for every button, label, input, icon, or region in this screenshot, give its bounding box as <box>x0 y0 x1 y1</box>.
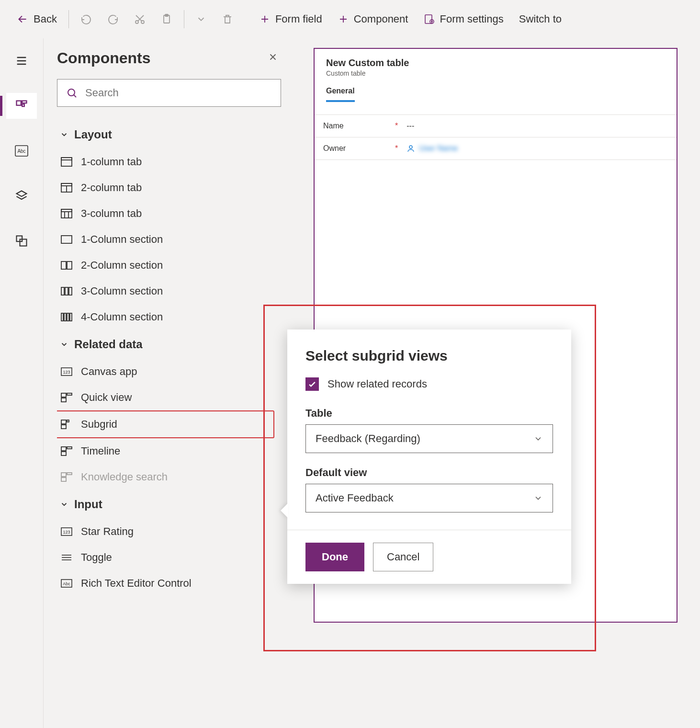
view-label: Default view <box>305 466 553 479</box>
tab3-icon <box>60 209 73 218</box>
check-icon <box>307 379 317 389</box>
panel-title: Components <box>57 49 151 67</box>
person-icon <box>406 144 415 153</box>
form-tab-general[interactable]: General <box>326 81 355 102</box>
item-timeline[interactable]: Timeline <box>57 438 274 464</box>
switch-button[interactable]: Switch to <box>512 9 568 29</box>
item-1-column-section[interactable]: 1-Column section <box>57 227 274 252</box>
svg-rect-15 <box>61 158 72 160</box>
separator <box>68 10 69 28</box>
sec2-icon <box>60 261 73 270</box>
plus-icon <box>259 13 271 25</box>
cancel-button[interactable]: Cancel <box>373 543 433 571</box>
undo-button[interactable] <box>74 10 99 29</box>
row-owner[interactable]: Owner * User Name <box>315 137 677 160</box>
item-4-column-section[interactable]: 4-Column section <box>57 304 274 330</box>
svg-rect-32 <box>70 313 72 321</box>
form-settings-icon <box>423 13 435 25</box>
item-subgrid[interactable]: Subgrid <box>57 410 274 438</box>
table-label: Table <box>305 407 553 420</box>
svg-text:123: 123 <box>63 530 70 535</box>
svg-rect-26 <box>61 287 64 295</box>
left-rail: Abc <box>0 38 43 728</box>
svg-rect-14 <box>61 158 72 166</box>
item-richtext[interactable]: AbcRich Text Editor Control <box>57 570 274 596</box>
form-settings-button[interactable]: Form settings <box>417 9 510 29</box>
rail-fields[interactable]: Abc <box>6 138 37 164</box>
redo-button[interactable] <box>101 10 125 29</box>
svg-rect-30 <box>64 313 66 321</box>
chevron-down-icon <box>60 340 68 349</box>
undo-icon <box>80 13 92 25</box>
view-select[interactable]: Active Feedback <box>305 484 553 512</box>
timeline-icon <box>60 446 73 456</box>
svg-rect-23 <box>61 236 72 243</box>
search-input[interactable] <box>84 86 272 100</box>
rail-library[interactable] <box>6 228 37 254</box>
svg-rect-40 <box>61 425 66 429</box>
components-icon <box>15 99 28 113</box>
group-layout[interactable]: Layout <box>57 120 274 149</box>
svg-rect-45 <box>67 473 72 475</box>
svg-rect-8 <box>22 104 24 107</box>
paste-button[interactable] <box>154 10 179 29</box>
group-input[interactable]: Input <box>57 490 274 519</box>
svg-text:Abc: Abc <box>63 581 70 586</box>
row-name[interactable]: Name * --- <box>315 115 677 137</box>
item-toggle[interactable]: Toggle <box>57 545 274 570</box>
svg-rect-43 <box>61 452 66 455</box>
star-icon: 123 <box>60 527 73 536</box>
separator <box>184 10 184 28</box>
group-related-label: Related data <box>74 338 143 351</box>
svg-rect-6 <box>17 101 21 105</box>
svg-rect-29 <box>61 313 63 321</box>
item-quick-view[interactable]: Quick view <box>57 385 274 410</box>
component-label: Component <box>354 13 408 25</box>
popup-title: Select subgrid views <box>305 348 553 364</box>
svg-rect-12 <box>20 239 27 246</box>
svg-rect-37 <box>61 398 66 402</box>
trash-icon <box>222 13 233 25</box>
close-button[interactable] <box>265 48 281 68</box>
svg-rect-24 <box>61 262 66 269</box>
owner-label: Owner <box>323 144 395 153</box>
item-star-rating[interactable]: 123Star Rating <box>57 519 274 545</box>
components-tree[interactable]: Layout 1-column tab 2-column tab 3-colum… <box>57 120 281 714</box>
svg-rect-27 <box>65 287 68 295</box>
more-button[interactable] <box>189 10 213 28</box>
chevron-down-icon <box>533 434 543 444</box>
form-field-button[interactable]: Form field <box>252 9 329 29</box>
show-related-checkbox[interactable] <box>305 377 319 391</box>
cut-button[interactable] <box>127 10 152 29</box>
svg-rect-41 <box>61 447 66 451</box>
table-value: Feedback (Regarding) <box>316 432 420 445</box>
rail-components[interactable] <box>6 93 37 119</box>
item-1-column-tab[interactable]: 1-column tab <box>57 149 274 175</box>
svg-rect-36 <box>67 393 72 395</box>
item-canvas-app[interactable]: 123Canvas app <box>57 359 274 385</box>
delete-button[interactable] <box>215 10 240 29</box>
item-2-column-section[interactable]: 2-Column section <box>57 252 274 278</box>
rail-hamburger[interactable] <box>6 48 37 74</box>
item-knowledge-search: Knowledge search <box>57 464 274 490</box>
back-button[interactable]: Back <box>10 9 64 29</box>
toggle-icon <box>60 553 73 562</box>
svg-rect-7 <box>22 101 26 103</box>
table-select[interactable]: Feedback (Regarding) <box>305 424 553 453</box>
item-3-column-section[interactable]: 3-Column section <box>57 278 274 304</box>
item-3-column-tab[interactable]: 3-column tab <box>57 201 274 227</box>
top-toolbar: Back Form field Component Form settings … <box>0 0 700 38</box>
redo-icon <box>107 13 119 25</box>
form-subtitle: Custom table <box>326 69 665 77</box>
component-button[interactable]: Component <box>331 9 415 29</box>
item-2-column-tab[interactable]: 2-column tab <box>57 175 274 201</box>
canvas-icon: 123 <box>60 367 73 376</box>
rail-tree[interactable] <box>6 183 37 209</box>
group-related[interactable]: Related data <box>57 330 274 359</box>
name-value: --- <box>406 122 414 130</box>
search-input-wrapper[interactable] <box>57 79 281 107</box>
richtext-icon: Abc <box>60 579 73 588</box>
chevron-down-icon <box>60 500 68 509</box>
cut-icon <box>134 13 146 25</box>
done-button[interactable]: Done <box>305 543 364 571</box>
